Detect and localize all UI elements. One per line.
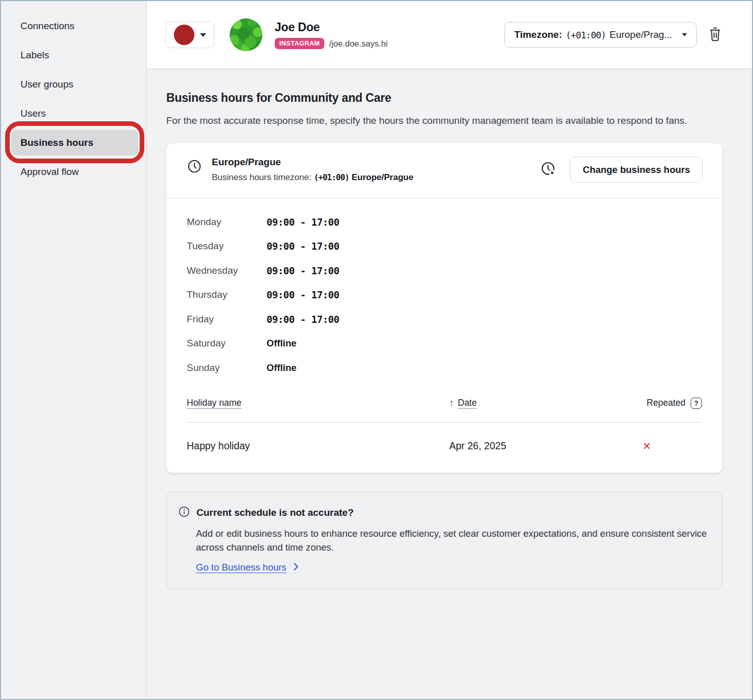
day-hours-offline: Offline (267, 338, 297, 349)
holiday-date: Apr 26, 2025 (449, 440, 641, 452)
day-hours: 09:00 - 17:00 (267, 314, 339, 325)
holidays-header-row: Holiday name ↑ Date Repeated ? (187, 398, 702, 409)
sidebar-item-user-groups[interactable]: User groups (1, 70, 146, 99)
sort-holiday-name-header[interactable]: Holiday name (187, 398, 449, 408)
profile-header: Joe Doe INSTAGRAM /joe.doe.says.hi Timez… (147, 1, 752, 69)
day-label: Friday (187, 314, 267, 325)
info-box-title: Current schedule is not accurate? (196, 507, 353, 518)
profile-avatar (230, 18, 262, 51)
day-hours: 09:00 - 17:00 (267, 216, 339, 228)
day-row-saturday: Saturday Offline (187, 332, 702, 356)
timezone-select[interactable]: Timezone: (+01:00) Europe/Prag... (504, 22, 697, 48)
chevron-down-icon (682, 33, 687, 36)
sidebar-item-business-hours[interactable]: Business hours (11, 130, 138, 156)
weekly-hours-list: Monday 09:00 - 17:00 Tuesday 09:00 - 17:… (166, 199, 722, 380)
timezone-select-offset: (+01:00) (566, 30, 606, 40)
timezone-select-label: Timezone: (514, 29, 562, 40)
timezone-select-region: Europe/Prag... (609, 29, 672, 40)
holidays-table: Holiday name ↑ Date Repeated ? Happy hol… (166, 380, 722, 473)
day-label: Tuesday (187, 240, 267, 252)
day-row-sunday: Sunday Offline (187, 356, 702, 380)
sidebar-item-approval-flow[interactable]: Approval flow (1, 157, 146, 186)
clock-remove-icon (540, 161, 557, 179)
day-row-tuesday: Tuesday 09:00 - 17:00 (187, 234, 702, 259)
sidebar-item-business-hours-slot: Business hours (1, 128, 146, 157)
day-label: Wednesday (187, 265, 267, 276)
holiday-row: Happy holiday Apr 26, 2025 ✕ (187, 423, 702, 473)
day-hours: 09:00 - 17:00 (267, 289, 339, 300)
day-hours: 09:00 - 17:00 (267, 265, 339, 276)
day-row-monday: Monday 09:00 - 17:00 (187, 210, 702, 234)
day-label: Sunday (187, 362, 267, 374)
sort-date-header[interactable]: Date (458, 398, 477, 408)
info-icon (178, 506, 190, 520)
business-hours-card: Europe/Prague Business hours timezone: (… (166, 143, 722, 473)
page-description: For the most accurate response time, spe… (166, 114, 688, 128)
profile-meta: Joe Doe INSTAGRAM /joe.doe.says.hi (275, 20, 388, 49)
timezone-offset-value: (+01:00) (314, 172, 349, 182)
schedule-info-box: Current schedule is not accurate? Add or… (166, 492, 722, 589)
card-timezone-name: Europe/Prague (212, 157, 413, 168)
day-label: Monday (187, 216, 267, 228)
delete-profile-button[interactable] (704, 24, 726, 46)
day-hours-offline: Offline (267, 362, 297, 374)
holiday-name: Happy holiday (187, 440, 449, 452)
profile-name: Joe Doe (275, 20, 388, 34)
timezone-region-value: Europe/Prague (351, 172, 413, 182)
page-picker-dropdown[interactable] (165, 21, 214, 48)
day-hours: 09:00 - 17:00 (267, 240, 339, 252)
chevron-right-icon (291, 562, 301, 574)
remove-business-hours-button[interactable] (540, 161, 557, 179)
day-label: Thursday (187, 289, 267, 300)
card-timezone-caption: Business hours timezone: (+01:00) Europe… (212, 172, 413, 183)
repeated-header: Repeated (647, 398, 685, 408)
not-repeated-x-icon: ✕ (641, 440, 651, 452)
day-label: Saturday (187, 338, 267, 349)
business-hours-page: Business hours for Community and Care Fo… (147, 69, 752, 699)
page-title: Business hours for Community and Care (166, 91, 752, 105)
help-icon[interactable]: ? (691, 398, 702, 409)
go-to-business-hours-link[interactable]: Go to Business hours (196, 562, 286, 573)
trash-icon (707, 26, 723, 44)
day-row-friday: Friday 09:00 - 17:00 (187, 307, 702, 332)
profile-handle: /joe.doe.says.hi (329, 39, 388, 49)
instagram-badge: INSTAGRAM (275, 38, 324, 49)
sidebar-item-connections[interactable]: Connections (1, 11, 146, 40)
sidebar-item-users[interactable]: Users (1, 99, 146, 128)
day-row-wednesday: Wednesday 09:00 - 17:00 (187, 258, 702, 283)
settings-sidebar: Connections Labels User groups Users Bus… (1, 1, 147, 699)
chevron-down-icon (200, 33, 206, 37)
info-box-body: Add or edit business hours to enhance re… (196, 527, 711, 554)
sidebar-item-labels[interactable]: Labels (1, 40, 146, 70)
day-row-thursday: Thursday 09:00 - 17:00 (187, 283, 702, 308)
page-status-dot-icon (174, 25, 194, 45)
sort-ascending-icon: ↑ (449, 398, 454, 408)
change-business-hours-button[interactable]: Change business hours (570, 157, 703, 183)
clock-icon (187, 159, 202, 183)
